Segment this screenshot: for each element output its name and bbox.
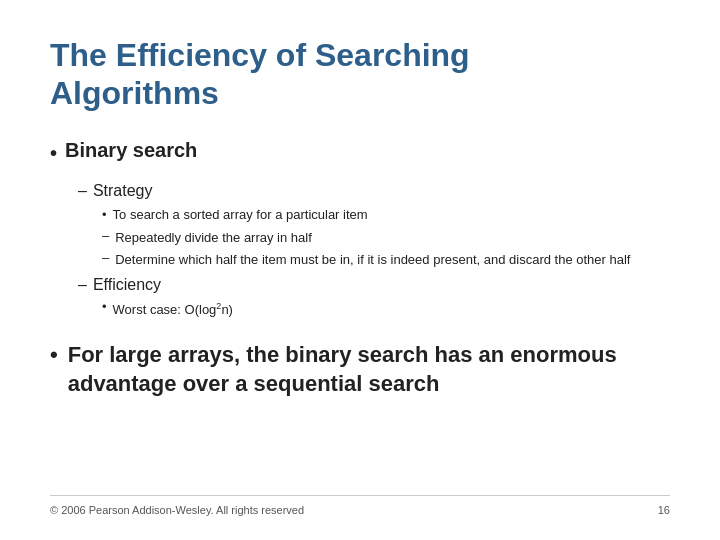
- bullet-dot-1: •: [50, 139, 57, 167]
- sub-bullet-search: • To search a sorted array for a particu…: [102, 205, 670, 226]
- slide: The Efficiency of Searching Algorithms •…: [0, 0, 720, 540]
- dash-strategy-label: Strategy: [93, 179, 153, 203]
- sub-dot-1: •: [102, 205, 107, 226]
- sub-section-strategy: – Strategy • To search a sorted array fo…: [78, 179, 670, 324]
- bullet-label-binary-search: Binary search: [65, 139, 197, 162]
- efficiency-items: • Worst case: O(log2n): [102, 299, 670, 321]
- dash-efficiency: – Efficiency: [78, 273, 670, 297]
- bullet-large-arrays: • For large arrays, the binary search ha…: [50, 341, 670, 398]
- sub-dash-determine-text: Determine which half the item must be in…: [115, 250, 630, 271]
- bullet-binary-search: • Binary search: [50, 139, 670, 167]
- sub-bullet-search-text: To search a sorted array for a particula…: [113, 205, 368, 226]
- slide-footer: © 2006 Pearson Addison-Wesley. All right…: [50, 495, 670, 516]
- dash-symbol-2: –: [78, 273, 87, 297]
- sub-dash-divide: – Repeatedly divide the array in half: [102, 228, 670, 249]
- bullet-dot-2: •: [50, 341, 58, 370]
- dash-efficiency-label: Efficiency: [93, 273, 161, 297]
- dash-strategy: – Strategy: [78, 179, 670, 203]
- slide-content: The Efficiency of Searching Algorithms •…: [50, 36, 670, 487]
- footer-page: 16: [658, 504, 670, 516]
- footer-copyright: © 2006 Pearson Addison-Wesley. All right…: [50, 504, 304, 516]
- sub-dash-symbol-1: –: [102, 228, 109, 243]
- large-arrays-text: For large arrays, the binary search has …: [68, 341, 670, 398]
- efficiency-text: Worst case: O(log2n): [113, 299, 233, 321]
- sub-dash-determine: – Determine which half the item must be …: [102, 250, 670, 271]
- worst-case-suffix: n): [221, 303, 233, 318]
- title-line1: The Efficiency of Searching: [50, 37, 470, 73]
- eff-dot: •: [102, 299, 107, 314]
- strategy-items: • To search a sorted array for a particu…: [102, 205, 670, 271]
- dash-symbol-1: –: [78, 179, 87, 203]
- sub-dash-divide-text: Repeatedly divide the array in half: [115, 228, 312, 249]
- title-line2: Algorithms: [50, 75, 219, 111]
- efficiency-worst-case: • Worst case: O(log2n): [102, 299, 670, 321]
- sub-dash-symbol-2: –: [102, 250, 109, 265]
- slide-title: The Efficiency of Searching Algorithms: [50, 36, 670, 113]
- worst-case-prefix: Worst case: O(log: [113, 303, 217, 318]
